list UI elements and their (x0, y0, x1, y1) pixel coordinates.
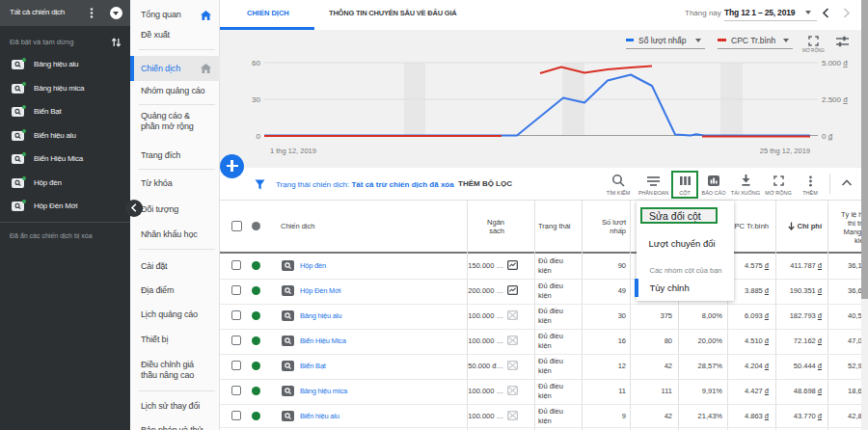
svg-text:30: 30 (252, 95, 260, 104)
svg-text:0 đ: 0 đ (822, 132, 833, 141)
svg-text:60: 60 (252, 59, 260, 67)
svg-text:0: 0 (257, 132, 261, 141)
svg-text:1 thg 12, 2019: 1 thg 12, 2019 (270, 147, 316, 155)
svg-text:5.000 đ: 5.000 đ (822, 59, 848, 67)
svg-text:25 thg 12, 2019: 25 thg 12, 2019 (760, 147, 810, 155)
svg-text:2.500 đ: 2.500 đ (822, 95, 848, 104)
